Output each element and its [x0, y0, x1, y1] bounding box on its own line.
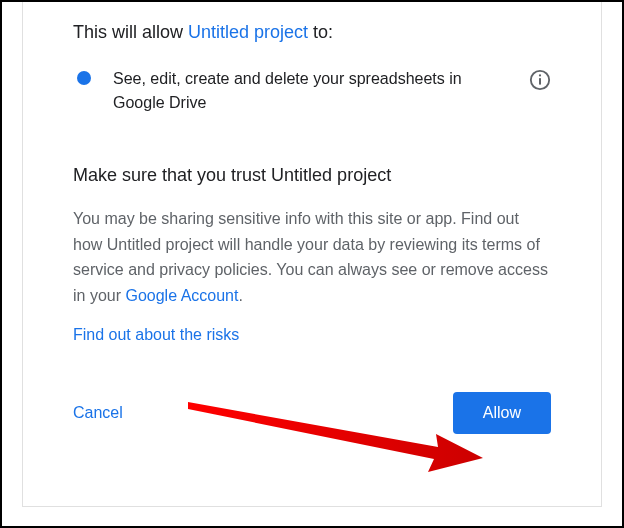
permission-text: See, edit, create and delete your spread…: [113, 67, 507, 115]
trust-body: You may be sharing sensitive info with t…: [73, 206, 551, 308]
bullet-icon: [77, 71, 91, 85]
info-icon[interactable]: [529, 69, 551, 91]
trust-heading: Make sure that you trust Untitled projec…: [73, 165, 551, 186]
google-account-link[interactable]: Google Account: [125, 287, 238, 304]
permission-item: See, edit, create and delete your spread…: [73, 67, 551, 115]
consent-dialog: This will allow Untitled project to: See…: [22, 2, 602, 507]
cancel-button[interactable]: Cancel: [73, 396, 123, 430]
button-row: Cancel Allow: [73, 392, 551, 434]
heading-suffix: to:: [308, 22, 333, 42]
risks-link[interactable]: Find out about the risks: [73, 326, 239, 344]
heading-prefix: This will allow: [73, 22, 188, 42]
allow-button[interactable]: Allow: [453, 392, 551, 434]
permission-heading: This will allow Untitled project to:: [73, 22, 551, 43]
trust-body-suffix: .: [238, 287, 242, 304]
svg-point-2: [539, 74, 541, 76]
project-name-link[interactable]: Untitled project: [188, 22, 308, 42]
